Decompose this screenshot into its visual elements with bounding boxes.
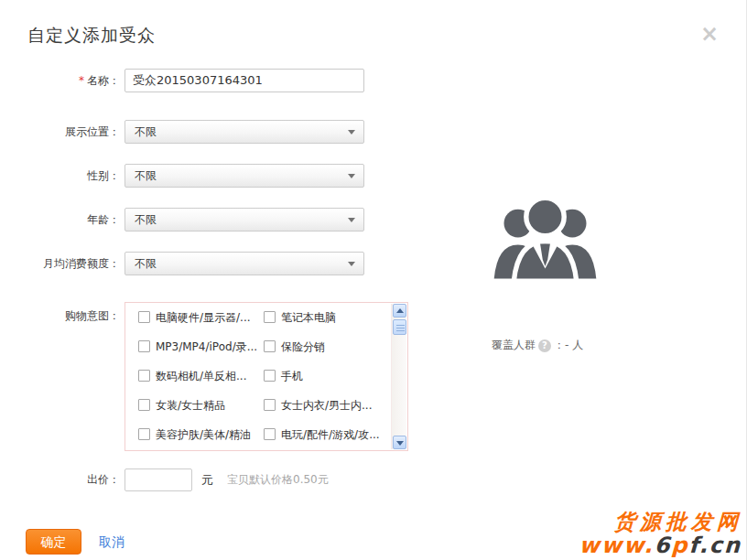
checkbox[interactable] bbox=[264, 370, 276, 382]
checkbox[interactable] bbox=[138, 370, 150, 382]
checkbox[interactable] bbox=[138, 399, 150, 411]
watermark-url: www.6pf.cn bbox=[579, 534, 742, 558]
checkbox[interactable] bbox=[138, 428, 150, 440]
watermark-site-name: 货源批发网 bbox=[579, 511, 742, 533]
close-icon: × bbox=[700, 21, 719, 47]
confirm-button[interactable]: 确定 bbox=[26, 529, 81, 555]
custom-audience-dialog: 自定义添加受众 × *名称： 展示位置： 不限 性别： 不限 年龄： 不限 月均… bbox=[0, 0, 747, 560]
checkbox[interactable] bbox=[264, 340, 276, 352]
chevron-down-icon bbox=[348, 174, 355, 178]
intent-item[interactable]: 数码相机/单反相... bbox=[138, 370, 264, 399]
checkbox[interactable] bbox=[138, 340, 150, 352]
scrollbar-thumb[interactable] bbox=[393, 319, 406, 335]
coverage-row: 覆盖人群 ? ：- 人 bbox=[492, 338, 583, 353]
intent-item[interactable]: 美容护肤/美体/精油 bbox=[138, 428, 264, 458]
placement-label: 展示位置： bbox=[18, 120, 120, 144]
checkbox[interactable] bbox=[138, 311, 150, 323]
gender-select[interactable]: 不限 bbox=[124, 164, 364, 188]
intent-item[interactable]: 电玩/配件/游戏/攻... bbox=[264, 428, 391, 458]
checkbox[interactable] bbox=[264, 428, 276, 440]
page-title: 自定义添加受众 bbox=[27, 24, 156, 48]
intent-item[interactable]: 女士内衣/男士内... bbox=[264, 399, 391, 428]
gender-label: 性别： bbox=[18, 164, 120, 188]
checkbox[interactable] bbox=[264, 399, 276, 411]
monthly-spend-value: 不限 bbox=[135, 253, 157, 275]
shopping-intent-label: 购物意图： bbox=[18, 304, 120, 328]
required-asterisk: * bbox=[79, 74, 84, 87]
chevron-down-icon bbox=[348, 218, 355, 222]
intent-item[interactable]: MP3/MP4/iPod/录... bbox=[138, 340, 264, 370]
scrollbar-grip-icon bbox=[396, 325, 405, 331]
scroll-down-button[interactable] bbox=[393, 436, 406, 449]
chevron-down-icon bbox=[348, 130, 355, 135]
age-select[interactable]: 不限 bbox=[124, 208, 364, 232]
intent-item[interactable]: 笔记本电脑 bbox=[264, 311, 391, 340]
watermark: 货源批发网 www.6pf.cn bbox=[579, 511, 743, 558]
gender-value: 不限 bbox=[135, 165, 157, 187]
name-label: *名称： bbox=[18, 69, 120, 92]
audience-people-icon bbox=[483, 186, 607, 299]
coverage-label: 覆盖人群 bbox=[492, 338, 536, 353]
checkbox[interactable] bbox=[264, 311, 276, 323]
chevron-down-icon bbox=[348, 262, 355, 266]
shopping-intent-grid: 电脑硬件/显示器/... 笔记本电脑 MP3/MP4/iPod/录... 保险分… bbox=[138, 311, 391, 458]
intent-item[interactable]: 电脑硬件/显示器/... bbox=[138, 311, 264, 340]
help-icon[interactable]: ? bbox=[538, 339, 551, 352]
age-label: 年龄： bbox=[18, 208, 120, 232]
intent-item[interactable]: 保险分销 bbox=[264, 340, 391, 370]
arrow-up-icon bbox=[396, 308, 404, 313]
intent-item[interactable]: 手机 bbox=[264, 370, 391, 399]
coverage-value: ：- 人 bbox=[554, 338, 583, 353]
bid-label: 出价： bbox=[18, 468, 120, 491]
bid-default-price-hint: 宝贝默认价格0.50元 bbox=[227, 468, 329, 491]
cancel-button[interactable]: 取消 bbox=[99, 529, 124, 555]
age-value: 不限 bbox=[135, 209, 157, 231]
placement-select[interactable]: 不限 bbox=[124, 120, 364, 144]
bid-unit: 元 bbox=[201, 468, 213, 491]
name-input[interactable] bbox=[124, 69, 364, 92]
monthly-spend-label: 月均消费额度： bbox=[18, 252, 120, 275]
placement-value: 不限 bbox=[135, 121, 157, 143]
scroll-up-button[interactable] bbox=[393, 304, 406, 318]
intent-item[interactable]: 女装/女士精品 bbox=[138, 399, 264, 428]
bid-input[interactable] bbox=[124, 468, 192, 491]
shopping-intent-list: 电脑硬件/显示器/... 笔记本电脑 MP3/MP4/iPod/录... 保险分… bbox=[124, 302, 408, 451]
close-button[interactable]: × bbox=[696, 20, 723, 48]
monthly-spend-select[interactable]: 不限 bbox=[124, 252, 364, 275]
scrollbar-track[interactable] bbox=[391, 304, 406, 449]
arrow-down-icon bbox=[396, 441, 404, 446]
